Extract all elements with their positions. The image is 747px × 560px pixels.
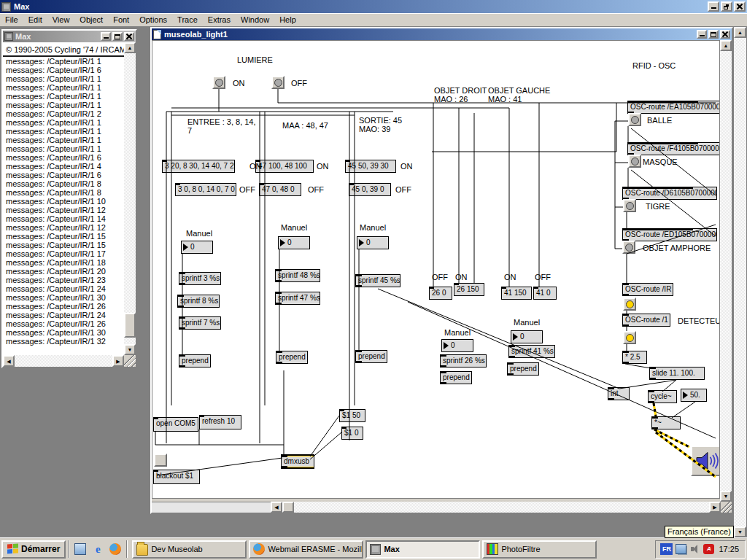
number-box-manual-26[interactable]: 0 xyxy=(441,339,473,352)
console-horizontal-scrollbar[interactable]: ◀ ▶ xyxy=(3,355,136,367)
patcher-horizontal-scrollbar[interactable]: ◀ ▶ xyxy=(152,502,732,513)
menu-item[interactable]: Window xyxy=(236,13,274,27)
bang-amphore-button[interactable] xyxy=(622,241,635,254)
resize-grip[interactable] xyxy=(721,502,732,513)
bang-off-button[interactable] xyxy=(271,76,285,89)
scrollbar-thumb[interactable] xyxy=(282,502,294,513)
object-osc-route-amphore[interactable]: OSC-route /ED105B0700000007 xyxy=(622,228,717,241)
object-sprintf-7[interactable]: sprintf 7 %s xyxy=(179,316,221,330)
taskbar-button-webmail[interactable]: Webmail ERASME - Mozill... xyxy=(249,540,363,559)
scroll-right-icon[interactable]: ▶ xyxy=(112,355,124,367)
quick-launch-firefox-icon[interactable] xyxy=(108,542,123,556)
scroll-down-icon[interactable]: ▼ xyxy=(720,491,732,502)
blackout-toggle[interactable] xyxy=(154,454,167,467)
message-dollar-50[interactable]: $1 50 xyxy=(339,409,365,422)
patcher-vertical-scrollbar[interactable]: ▲ ▼ xyxy=(720,40,732,502)
object-times-2-5[interactable]: * 2.5 xyxy=(622,351,647,364)
maximize-button[interactable] xyxy=(112,32,123,41)
message-open-com5[interactable]: open COM5 xyxy=(153,417,198,432)
object-sprintf-48[interactable]: sprintf 48 %s xyxy=(275,269,320,282)
menu-item[interactable]: Extras xyxy=(203,13,236,27)
number-box-manual-lumiere[interactable]: 0 xyxy=(181,241,213,254)
object-prepend[interactable]: prepend xyxy=(507,362,539,376)
taskbar-button-dev-museolab[interactable]: Dev Museolab xyxy=(132,540,247,559)
quick-launch-internet-explorer-icon[interactable]: e xyxy=(90,542,105,556)
object-slide[interactable]: slide 11. 100. xyxy=(649,367,705,380)
object-sprintf-3[interactable]: sprintf 3 %s xyxy=(179,272,221,285)
display-settings-icon[interactable] xyxy=(676,544,686,554)
object-int[interactable]: int xyxy=(608,387,630,400)
scroll-right-icon[interactable]: ▶ xyxy=(709,502,721,513)
message-refresh[interactable]: refresh 10 xyxy=(199,415,241,429)
object-sprintf-8[interactable]: sprintf 8 %s xyxy=(177,295,220,308)
object-sprintf-45[interactable]: sprintf 45 %s xyxy=(355,274,400,287)
console-titlebar[interactable]: Max xyxy=(3,31,136,42)
message-lumiere-off[interactable]: 3 0, 8 0, 14 0, 7 0 xyxy=(175,183,236,196)
number-box-manual-sortie[interactable]: 0 xyxy=(357,236,389,249)
scroll-up-icon[interactable]: ▲ xyxy=(734,27,746,38)
object-prepend[interactable]: prepend xyxy=(179,354,211,368)
restore-button[interactable] xyxy=(721,1,732,12)
patch-canvas[interactable]: LUMIERE ON OFF ENTREE : 3, 8, 14, 7 MAA … xyxy=(152,40,720,499)
message-sortie-off[interactable]: 45 0, 39 0 xyxy=(349,183,391,196)
scroll-up-icon[interactable]: ▲ xyxy=(124,42,136,53)
maximize-button[interactable] xyxy=(708,30,719,39)
message-41-150[interactable]: 41 150 xyxy=(501,287,532,300)
bang-balle-button[interactable] xyxy=(628,113,641,126)
object-sprintf-47[interactable]: sprintf 47 %s xyxy=(275,292,320,305)
main-vertical-scrollbar[interactable]: ▲ ▼ xyxy=(734,27,746,537)
minimize-button[interactable] xyxy=(697,30,707,39)
menu-item[interactable]: Edit xyxy=(23,13,47,27)
message-lumiere-on[interactable]: 3 20, 8 30, 14 40, 7 25 xyxy=(162,160,235,173)
audio-on-off-button[interactable] xyxy=(691,446,720,476)
menu-item[interactable]: Options xyxy=(134,13,172,27)
message-26-150[interactable]: 26 150 xyxy=(454,283,484,296)
menu-item[interactable]: Trace xyxy=(172,13,203,27)
object-dmxusb[interactable]: dmxusb xyxy=(281,454,314,469)
number-box-manual-41[interactable]: 0 xyxy=(511,330,543,343)
message-blackout[interactable]: blackout $1 xyxy=(153,470,200,484)
bang-on-button[interactable] xyxy=(212,76,225,89)
object-osc-route-balle[interactable]: OSC-route /EA105B0700000007 xyxy=(627,101,720,114)
patcher-titlebar[interactable]: museolab_light1 xyxy=(152,28,732,40)
bang-detecteur-button[interactable] xyxy=(623,331,636,344)
scroll-left-icon[interactable]: ◀ xyxy=(3,355,15,367)
bang-masque-button[interactable] xyxy=(628,155,641,168)
console-vertical-scrollbar[interactable]: ▲ ▼ xyxy=(124,42,136,355)
minimize-button[interactable] xyxy=(101,32,111,41)
start-button[interactable]: Démarrer xyxy=(1,540,66,559)
scroll-down-icon[interactable]: ▼ xyxy=(734,526,746,537)
quick-launch-show-desktop-icon[interactable] xyxy=(73,542,88,556)
message-41-0[interactable]: 41 0 xyxy=(533,287,557,300)
object-osc-route-masque[interactable]: OSC-route /F4105B0700000007 xyxy=(627,142,720,155)
number-box-manual-maa[interactable]: 0 xyxy=(278,236,310,249)
message-sortie-on[interactable]: 45 50, 39 30 xyxy=(345,160,396,173)
object-osc-route-tigre[interactable]: OSC-route /D6105B0700000007 xyxy=(622,187,717,200)
language-indicator[interactable]: FR xyxy=(660,543,673,555)
volume-icon[interactable] xyxy=(689,544,700,554)
message-maa-on[interactable]: 47 100, 48 100 xyxy=(255,160,314,173)
menu-item[interactable]: Font xyxy=(108,13,134,27)
taskbar-button-photofiltre[interactable]: PhotoFiltre xyxy=(482,540,597,559)
scroll-down-icon[interactable]: ▼ xyxy=(124,344,136,355)
message-dollar-0[interactable]: $1 0 xyxy=(341,427,363,440)
scroll-left-icon[interactable]: ◀ xyxy=(271,502,282,513)
bang-tigre-button[interactable] xyxy=(623,199,636,212)
object-cycle[interactable]: cycle~ xyxy=(648,390,677,403)
taskbar-button-max[interactable]: Max xyxy=(365,540,480,559)
scrollbar-thumb[interactable] xyxy=(124,313,136,338)
ati-tray-icon[interactable]: A xyxy=(703,544,714,554)
close-button[interactable] xyxy=(124,32,134,41)
object-sprintf-26[interactable]: sprintf 26 %s xyxy=(440,354,487,368)
menu-item[interactable]: Help xyxy=(274,13,301,27)
close-button[interactable] xyxy=(720,30,730,39)
object-prepend[interactable]: prepend xyxy=(440,371,472,384)
menu-item[interactable]: View xyxy=(47,13,75,27)
message-26-0[interactable]: 26 0 xyxy=(429,287,452,300)
scroll-up-icon[interactable]: ▲ xyxy=(720,40,732,51)
object-times-signal[interactable]: *~ xyxy=(651,416,681,429)
object-prepend[interactable]: prepend xyxy=(355,350,387,363)
menu-item[interactable]: File xyxy=(0,13,23,27)
message-maa-off[interactable]: 47 0, 48 0 xyxy=(259,183,301,196)
object-sprintf-41[interactable]: sprintf 41 %s xyxy=(508,345,555,358)
